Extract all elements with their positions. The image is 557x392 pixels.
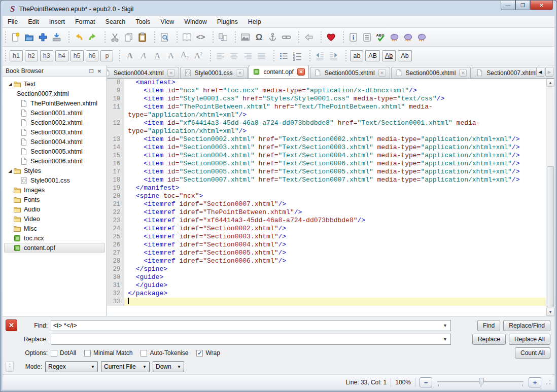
code-line[interactable]: 27 <itemref idref="Section0005.xhtml"/> [107, 249, 546, 257]
tab-content.opf[interactable]: content.opf✕ [249, 65, 308, 78]
tree-item-styles[interactable]: ◢Styles [4, 166, 105, 175]
find-input[interactable]: <i> *</i> ▼ [51, 320, 451, 331]
donate-button[interactable] [324, 30, 338, 44]
plugin-3-button[interactable] [415, 30, 429, 44]
align-center-button[interactable] [227, 49, 241, 63]
heading-p-button[interactable]: p [100, 50, 113, 61]
option-dotall[interactable]: DotAll [51, 349, 76, 357]
close-tab-icon[interactable]: ✕ [378, 69, 386, 77]
code-line[interactable]: 14 <item id="Section0003.xhtml" href="Te… [107, 144, 546, 152]
code-line[interactable]: 16 <item id="Section0006.xhtml" href="Te… [107, 160, 546, 168]
code-line[interactable]: 9 <item id="ncx" href="toc.ncx" media-ty… [107, 87, 546, 95]
paste-button[interactable] [135, 30, 149, 44]
back-button[interactable] [302, 30, 316, 44]
book-view-button[interactable] [180, 30, 194, 44]
zoom-slider[interactable] [437, 377, 524, 387]
zoom-in-button[interactable]: + [529, 377, 541, 387]
code-line[interactable]: 12 <item id="xf64414a3-45dd-46a8-a724-dd… [107, 119, 546, 135]
code-line[interactable]: 30 <guide> [107, 273, 546, 281]
new-button[interactable] [9, 30, 22, 44]
code-line[interactable]: 13 <item id="Section0002.xhtml" href="Te… [107, 135, 546, 144]
code-line[interactable]: 26 <itemref idref="Section0004.xhtml"/> [107, 241, 546, 249]
code-editor[interactable]: 8 <manifest>9 <item id="ncx" href="toc.n… [107, 79, 554, 316]
heading-h6-button[interactable]: h6 [86, 50, 99, 61]
plugin-2-button[interactable] [401, 30, 415, 44]
find-button[interactable] [158, 30, 171, 44]
uppercase-button[interactable]: AB [365, 50, 380, 61]
close-tab-icon[interactable]: ✕ [459, 69, 467, 77]
add-existing-button[interactable] [36, 30, 50, 44]
code-line[interactable]: 22 <itemref idref="ThePointBetween.xhtml… [107, 208, 546, 217]
split-view-button[interactable] [216, 30, 230, 44]
special-character-button[interactable]: Ω [252, 30, 266, 44]
tab-section0004.xhtml[interactable]: Section0004.xhtml✕ [107, 67, 179, 78]
copy-button[interactable] [122, 30, 135, 44]
link-button[interactable] [280, 30, 293, 44]
code-line[interactable]: 10 <item id="Style0001.css" href="Styles… [107, 95, 546, 103]
menu-view[interactable]: View [155, 16, 179, 27]
scroll-down-icon[interactable]: ▼ [546, 308, 554, 316]
increase-indent-button[interactable] [327, 49, 340, 63]
underline-button[interactable]: A [150, 49, 164, 63]
resize-grip[interactable] [545, 379, 551, 385]
anchor-button[interactable] [266, 30, 280, 44]
code-line[interactable]: 19 </manifest> [107, 184, 546, 192]
heading-h4-button[interactable]: h4 [55, 50, 68, 61]
redo-button[interactable] [86, 30, 99, 44]
close-button[interactable]: ✕ [530, 1, 553, 10]
close-tab-icon[interactable]: ✕ [297, 68, 305, 76]
option-wrap[interactable]: ✓Wrap [196, 349, 220, 357]
select-search-direction[interactable]: Down▼ [153, 361, 184, 372]
tree-item-video[interactable]: Video [4, 214, 105, 224]
tree-item-section0004.xhtml[interactable]: Section0004.xhtml [4, 137, 105, 147]
zoom-slider-handle[interactable] [479, 378, 484, 386]
menu-plugins[interactable]: Plugins [212, 16, 243, 27]
tree-item-section0002.xhtml[interactable]: Section0002.xhtml [4, 118, 105, 127]
select-search-scope[interactable]: Current File▼ [101, 361, 150, 372]
save-button[interactable] [50, 30, 63, 44]
metadata-editor-button[interactable]: i [346, 30, 360, 44]
titlecase-button[interactable]: Ab [382, 50, 396, 61]
tree-item-section0003.xhtml[interactable]: Section0003.xhtml [4, 127, 105, 137]
tree-item-style0001.css[interactable]: Style0001.css [4, 175, 105, 185]
menu-help[interactable]: Help [243, 16, 266, 27]
strikethrough-button[interactable]: A [164, 49, 178, 63]
tree-item-toc.ncx[interactable]: toc.ncx [4, 233, 105, 243]
scrollbar-thumb[interactable] [547, 166, 554, 307]
numbered-list-button[interactable]: 123 [291, 49, 304, 63]
spellcheck-button[interactable]: ABC [374, 30, 388, 44]
code-line[interactable]: 32</package> [107, 290, 546, 298]
expand-arrow-icon[interactable]: ◢ [7, 82, 13, 87]
code-line[interactable]: 31 </guide> [107, 281, 546, 290]
tree-item-content.opf[interactable]: content.opf [4, 243, 105, 253]
tab-section0005.xhtml[interactable]: Section0005.xhtml✕ [310, 67, 390, 78]
heading-h1-button[interactable]: h1 [10, 50, 23, 61]
zoom-out-button[interactable]: − [420, 377, 432, 387]
minimize-button[interactable]: — [501, 1, 515, 10]
title-bar[interactable]: S ThePointBetween.epub* - epub2.0 - Sigi… [2, 2, 555, 16]
tree-item-fonts[interactable]: Fonts [4, 195, 105, 204]
code-line[interactable]: 18 <item id="Section0007.xhtml" href="Te… [107, 176, 546, 184]
code-line[interactable]: 17 <item id="Section0005.xhtml" href="Te… [107, 168, 546, 176]
toc-editor-button[interactable] [360, 30, 374, 44]
menu-tools[interactable]: Tools [130, 16, 155, 27]
lowercase-button[interactable]: ab [350, 50, 363, 61]
code-line[interactable]: 24 <itemref idref="Section0002.xhtml"/> [107, 225, 546, 233]
count-all-button[interactable]: Count All [515, 347, 550, 359]
tree-item-images[interactable]: Images [4, 185, 105, 195]
tree-item-section0006.xhtml[interactable]: Section0006.xhtml [4, 156, 105, 166]
tree-item-section0001.xhtml[interactable]: Section0001.xhtml [4, 108, 105, 118]
tree-item-audio[interactable]: Audio [4, 204, 105, 214]
tree-item-section0007.xhtml[interactable]: Section0007.xhtml [4, 89, 105, 98]
heading-h5-button[interactable]: h5 [71, 50, 84, 61]
code-line[interactable]: 29 </spine> [107, 265, 546, 273]
menu-format[interactable]: Format [70, 16, 100, 27]
insert-image-button[interactable] [238, 30, 252, 44]
scroll-tabs-left-icon[interactable]: ◀ [536, 67, 544, 77]
menu-search[interactable]: Search [100, 16, 131, 27]
replace-all-button[interactable]: Replace All [509, 334, 550, 345]
undo-button[interactable] [72, 30, 86, 44]
cut-button[interactable] [108, 30, 122, 44]
menu-window[interactable]: Window [179, 16, 212, 27]
tree-item-misc[interactable]: Misc [4, 224, 105, 233]
